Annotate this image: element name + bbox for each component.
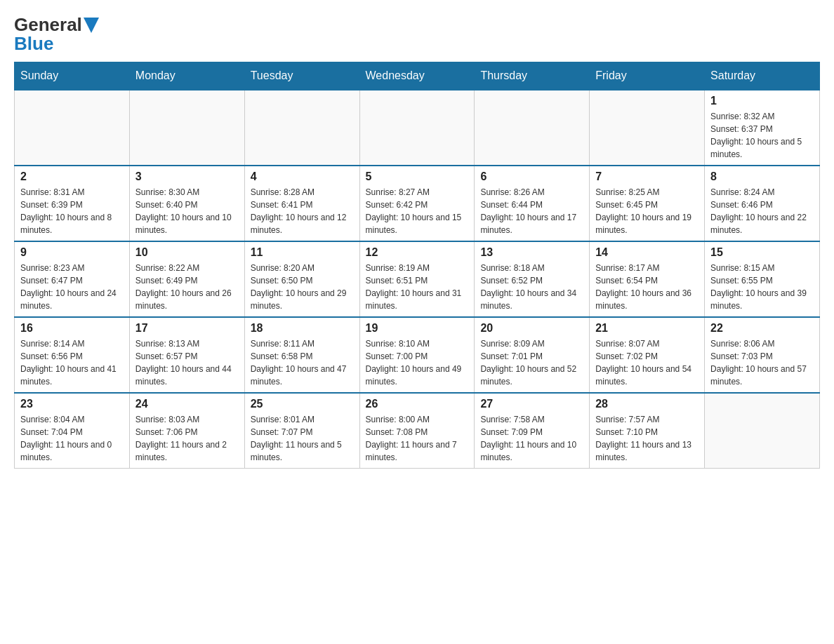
weekday-header-sunday: Sunday: [15, 62, 130, 90]
day-number: 2: [20, 170, 124, 183]
day-number: 10: [135, 246, 239, 259]
day-number: 14: [595, 246, 699, 259]
calendar-cell: 18Sunrise: 8:11 AMSunset: 6:58 PMDayligh…: [244, 317, 359, 393]
day-number: 28: [595, 398, 699, 410]
day-number: 19: [366, 322, 469, 335]
calendar-cell: 22Sunrise: 8:06 AMSunset: 7:03 PMDayligh…: [705, 317, 820, 393]
day-info: Sunrise: 8:23 AMSunset: 6:47 PMDaylight:…: [20, 262, 124, 312]
day-info: Sunrise: 8:07 AMSunset: 7:02 PMDaylight:…: [595, 337, 699, 388]
calendar-cell: [475, 90, 590, 166]
day-number: 1: [710, 95, 814, 107]
day-info: Sunrise: 8:20 AMSunset: 6:50 PMDaylight:…: [251, 262, 354, 312]
day-info: Sunrise: 8:30 AMSunset: 6:40 PMDaylight:…: [135, 186, 239, 236]
day-info: Sunrise: 8:17 AMSunset: 6:54 PMDaylight:…: [595, 262, 699, 312]
calendar-week-row: 16Sunrise: 8:14 AMSunset: 6:56 PMDayligh…: [15, 317, 820, 393]
calendar-cell: [705, 393, 820, 469]
day-info: Sunrise: 8:11 AMSunset: 6:58 PMDaylight:…: [251, 337, 354, 388]
day-number: 25: [251, 398, 354, 410]
day-number: 18: [251, 322, 354, 335]
day-info: Sunrise: 8:28 AMSunset: 6:41 PMDaylight:…: [251, 186, 354, 236]
calendar-cell: 2Sunrise: 8:31 AMSunset: 6:39 PMDaylight…: [15, 166, 130, 241]
day-info: Sunrise: 8:09 AMSunset: 7:01 PMDaylight:…: [480, 337, 583, 388]
calendar-cell: 21Sunrise: 8:07 AMSunset: 7:02 PMDayligh…: [590, 317, 705, 393]
logo: GeneralBlue: [14, 14, 99, 55]
logo-blue-text: Blue: [14, 33, 53, 55]
page-header: GeneralBlue: [14, 14, 820, 55]
day-number: 27: [480, 398, 583, 410]
calendar-cell: 4Sunrise: 8:28 AMSunset: 6:41 PMDaylight…: [244, 166, 359, 241]
weekday-header-row: SundayMondayTuesdayWednesdayThursdayFrid…: [15, 62, 820, 90]
calendar-cell: 10Sunrise: 8:22 AMSunset: 6:49 PMDayligh…: [129, 241, 244, 317]
day-number: 23: [20, 398, 124, 410]
calendar-cell: 28Sunrise: 7:57 AMSunset: 7:10 PMDayligh…: [590, 393, 705, 469]
calendar-cell: 19Sunrise: 8:10 AMSunset: 7:00 PMDayligh…: [359, 317, 475, 393]
calendar-cell: 26Sunrise: 8:00 AMSunset: 7:08 PMDayligh…: [359, 393, 475, 469]
day-info: Sunrise: 8:25 AMSunset: 6:45 PMDaylight:…: [595, 186, 699, 236]
calendar-cell: 3Sunrise: 8:30 AMSunset: 6:40 PMDaylight…: [129, 166, 244, 241]
calendar-cell: 14Sunrise: 8:17 AMSunset: 6:54 PMDayligh…: [590, 241, 705, 317]
day-number: 9: [20, 246, 124, 259]
day-info: Sunrise: 8:06 AMSunset: 7:03 PMDaylight:…: [710, 337, 814, 388]
day-info: Sunrise: 8:26 AMSunset: 6:44 PMDaylight:…: [480, 186, 583, 236]
day-number: 21: [595, 322, 699, 335]
calendar-cell: 8Sunrise: 8:24 AMSunset: 6:46 PMDaylight…: [705, 166, 820, 241]
calendar-cell: 15Sunrise: 8:15 AMSunset: 6:55 PMDayligh…: [705, 241, 820, 317]
day-number: 16: [20, 322, 124, 335]
day-info: Sunrise: 8:04 AMSunset: 7:04 PMDaylight:…: [20, 413, 124, 464]
calendar-week-row: 2Sunrise: 8:31 AMSunset: 6:39 PMDaylight…: [15, 166, 820, 241]
svg-marker-0: [84, 18, 99, 33]
day-number: 11: [251, 246, 354, 259]
day-info: Sunrise: 7:57 AMSunset: 7:10 PMDaylight:…: [595, 413, 699, 464]
weekday-header-saturday: Saturday: [705, 62, 820, 90]
weekday-header-tuesday: Tuesday: [244, 62, 359, 90]
day-number: 8: [710, 170, 814, 183]
day-info: Sunrise: 8:15 AMSunset: 6:55 PMDaylight:…: [710, 262, 814, 312]
calendar-cell: 27Sunrise: 7:58 AMSunset: 7:09 PMDayligh…: [475, 393, 590, 469]
calendar-cell: 6Sunrise: 8:26 AMSunset: 6:44 PMDaylight…: [475, 166, 590, 241]
calendar-table: SundayMondayTuesdayWednesdayThursdayFrid…: [14, 62, 820, 469]
calendar-cell: 5Sunrise: 8:27 AMSunset: 6:42 PMDaylight…: [359, 166, 475, 241]
day-number: 15: [710, 246, 814, 259]
calendar-cell: [15, 90, 130, 166]
weekday-header-wednesday: Wednesday: [359, 62, 475, 90]
weekday-header-thursday: Thursday: [475, 62, 590, 90]
calendar-cell: 13Sunrise: 8:18 AMSunset: 6:52 PMDayligh…: [475, 241, 590, 317]
calendar-cell: 1Sunrise: 8:32 AMSunset: 6:37 PMDaylight…: [705, 90, 820, 166]
day-number: 7: [595, 170, 699, 183]
day-info: Sunrise: 8:03 AMSunset: 7:06 PMDaylight:…: [135, 413, 239, 464]
calendar-cell: 9Sunrise: 8:23 AMSunset: 6:47 PMDaylight…: [15, 241, 130, 317]
day-number: 12: [366, 246, 469, 259]
day-number: 26: [366, 398, 469, 410]
day-info: Sunrise: 8:31 AMSunset: 6:39 PMDaylight:…: [20, 186, 124, 236]
calendar-cell: 12Sunrise: 8:19 AMSunset: 6:51 PMDayligh…: [359, 241, 475, 317]
calendar-week-row: 9Sunrise: 8:23 AMSunset: 6:47 PMDaylight…: [15, 241, 820, 317]
calendar-cell: [590, 90, 705, 166]
calendar-cell: 16Sunrise: 8:14 AMSunset: 6:56 PMDayligh…: [15, 317, 130, 393]
day-info: Sunrise: 8:32 AMSunset: 6:37 PMDaylight:…: [710, 110, 814, 161]
calendar-cell: 20Sunrise: 8:09 AMSunset: 7:01 PMDayligh…: [475, 317, 590, 393]
calendar-cell: 25Sunrise: 8:01 AMSunset: 7:07 PMDayligh…: [244, 393, 359, 469]
day-info: Sunrise: 8:14 AMSunset: 6:56 PMDaylight:…: [20, 337, 124, 388]
day-info: Sunrise: 8:10 AMSunset: 7:00 PMDaylight:…: [366, 337, 469, 388]
weekday-header-friday: Friday: [590, 62, 705, 90]
calendar-cell: [129, 90, 244, 166]
calendar-week-row: 23Sunrise: 8:04 AMSunset: 7:04 PMDayligh…: [15, 393, 820, 469]
calendar-cell: [359, 90, 475, 166]
day-info: Sunrise: 8:13 AMSunset: 6:57 PMDaylight:…: [135, 337, 239, 388]
day-number: 6: [480, 170, 583, 183]
day-info: Sunrise: 8:24 AMSunset: 6:46 PMDaylight:…: [710, 186, 814, 236]
day-info: Sunrise: 8:22 AMSunset: 6:49 PMDaylight:…: [135, 262, 239, 312]
calendar-week-row: 1Sunrise: 8:32 AMSunset: 6:37 PMDaylight…: [15, 90, 820, 166]
weekday-header-monday: Monday: [129, 62, 244, 90]
day-number: 13: [480, 246, 583, 259]
day-info: Sunrise: 8:18 AMSunset: 6:52 PMDaylight:…: [480, 262, 583, 312]
day-number: 24: [135, 398, 239, 410]
day-number: 5: [366, 170, 469, 183]
day-info: Sunrise: 8:00 AMSunset: 7:08 PMDaylight:…: [366, 413, 469, 464]
day-info: Sunrise: 8:19 AMSunset: 6:51 PMDaylight:…: [366, 262, 469, 312]
calendar-cell: 11Sunrise: 8:20 AMSunset: 6:50 PMDayligh…: [244, 241, 359, 317]
logo-triangle-icon: [84, 18, 99, 33]
calendar-cell: 7Sunrise: 8:25 AMSunset: 6:45 PMDaylight…: [590, 166, 705, 241]
day-number: 22: [710, 322, 814, 335]
calendar-cell: [244, 90, 359, 166]
